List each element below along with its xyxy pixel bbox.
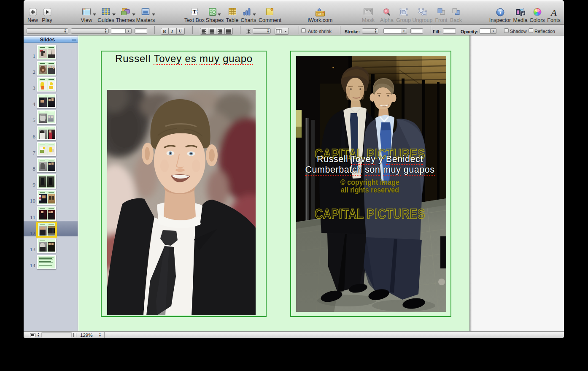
svg-text:T: T [193, 8, 197, 15]
svg-text:A: A [550, 8, 557, 17]
svg-text:B: B [163, 29, 166, 34]
svg-text:U: U [178, 29, 181, 33]
svg-text:I: I [171, 29, 173, 34]
svg-text:i: i [499, 9, 501, 16]
